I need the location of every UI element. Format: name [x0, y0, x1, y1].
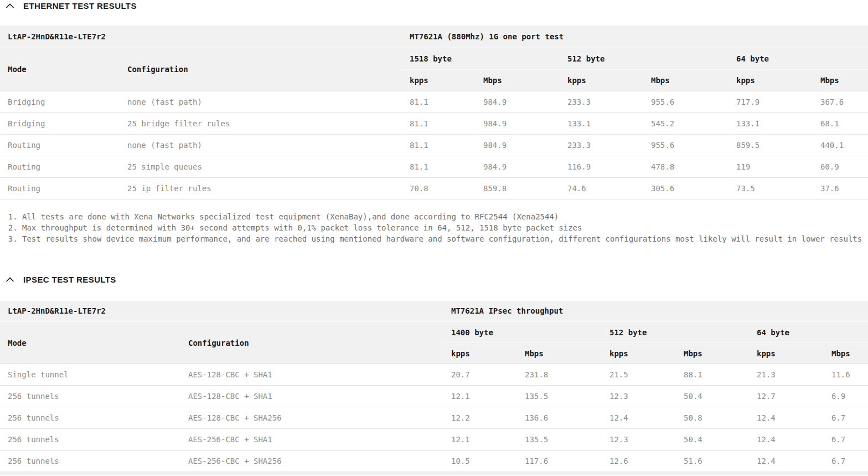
cell-value: 6.9 — [824, 386, 868, 407]
table-row: 256 tunnels AES-128-CBC + SHA256 12.2 13… — [0, 407, 868, 429]
column-header-unit: Mbps — [517, 343, 602, 364]
cell-value: 81.1 — [402, 156, 476, 177]
table-row: Routing none (fast path) 81.1 984.9 233.… — [0, 134, 868, 156]
cell-mode: 256 tunnels — [0, 429, 180, 451]
cell-value: 81.1 — [402, 134, 476, 156]
ethernet-section-header: ETHERNET TEST RESULTS — [0, 0, 868, 10]
column-header-configuration: Configuration — [120, 48, 402, 91]
column-header-configuration: Configuration — [180, 322, 443, 364]
cell-value: 50.4 — [676, 386, 749, 407]
ethernet-results-table: LtAP-2HnD&R11e-LTE7r2 MT7621A (880Mhz) 1… — [0, 25, 868, 199]
cell-value: 6.7 — [824, 451, 868, 472]
table-row-product: LtAP-2HnD&R11e-LTE7r2 MT7621A IPsec thro… — [0, 301, 868, 322]
cell-configuration: none (fast path) — [120, 91, 402, 112]
cell-value: 717.9 — [728, 91, 813, 112]
cell-value: 73.5 — [728, 177, 813, 199]
cell-value: 88.1 — [676, 364, 749, 386]
cell-configuration: AES-128-CBC + SHA1 — [180, 364, 443, 386]
cell-value: 12.4 — [602, 407, 676, 429]
cell-configuration: 25 simple queues — [120, 156, 402, 177]
cell-value: 984.9 — [476, 91, 560, 112]
cell-value: 12.1 — [443, 429, 517, 451]
cell-value: 12.2 — [443, 407, 517, 429]
column-header-mode: Mode — [0, 322, 180, 364]
cell-value: 6.7 — [824, 429, 868, 451]
column-header-unit: kpps — [749, 343, 824, 364]
cell-value: 984.9 — [476, 112, 560, 134]
test-note: Test results show device maximum perform… — [22, 233, 868, 244]
column-header-unit: kpps — [560, 69, 643, 91]
cell-value: 859.8 — [476, 177, 560, 199]
cell-value: 859.5 — [728, 134, 813, 156]
cell-value: 233.3 — [560, 134, 643, 156]
cell-value: 984.9 — [476, 134, 560, 156]
cell-configuration: AES-256-CBC + SHA1 — [180, 429, 443, 451]
cell-value: 440.1 — [813, 134, 868, 156]
cell-value: 81.1 — [402, 112, 476, 134]
test-notes-list: All tests are done with Xena Networks sp… — [0, 211, 868, 244]
cell-mode: Routing — [0, 177, 120, 199]
cell-value: 233.3 — [560, 91, 643, 112]
cell-mode: 256 tunnels — [0, 407, 180, 429]
table-row: Bridging none (fast path) 81.1 984.9 233… — [0, 91, 868, 112]
column-header-unit: Mbps — [813, 69, 868, 91]
cell-value: 984.9 — [476, 156, 560, 177]
cell-value: 119 — [728, 156, 813, 177]
cell-configuration: AES-128-CBC + SHA1 — [180, 386, 443, 407]
product-name: LtAP-2HnD&R11e-LTE7r2 — [0, 301, 443, 322]
cell-mode: 256 tunnels — [0, 451, 180, 472]
cell-mode: Bridging — [0, 112, 120, 134]
cell-configuration: none (fast path) — [120, 134, 402, 156]
column-header-unit: Mbps — [643, 69, 728, 91]
column-header-unit: kpps — [402, 69, 476, 91]
table-row: 256 tunnels AES-256-CBC + SHA256 10.5 11… — [0, 451, 868, 472]
cell-value: 955.6 — [643, 134, 728, 156]
cell-mode: Routing — [0, 134, 120, 156]
cell-value: 81.1 — [402, 91, 476, 112]
cell-value: 20.7 — [443, 364, 517, 386]
cell-mode: Routing — [0, 156, 120, 177]
cell-value: 305.6 — [643, 177, 728, 199]
cell-value: 367.6 — [813, 91, 868, 112]
column-header-unit: Mbps — [476, 69, 560, 91]
cell-mode: 256 tunnels — [0, 386, 180, 407]
test-name: MT7621A (880Mhz) 1G one port test — [402, 25, 868, 48]
column-header-packet-size: 64 byte — [749, 322, 868, 343]
chevron-up-icon[interactable] — [5, 3, 14, 9]
cell-value: 12.1 — [443, 386, 517, 407]
section-title-ethernet: ETHERNET TEST RESULTS — [23, 1, 137, 11]
product-name: LtAP-2HnD&R11e-LTE7r2 — [0, 25, 402, 48]
cell-mode: Bridging — [0, 91, 120, 112]
cell-configuration: AES-128-CBC + SHA256 — [180, 407, 443, 429]
ipsec-section-header: IPSEC TEST RESULTS — [0, 275, 868, 285]
column-header-packet-size: 512 byte — [602, 322, 749, 343]
chevron-up-icon[interactable] — [5, 277, 14, 283]
cell-value: 21.3 — [749, 364, 824, 386]
column-header-packet-size: 1518 byte — [402, 48, 560, 69]
cell-value: 6.7 — [824, 407, 868, 429]
cell-mode: Single tunnel — [0, 364, 180, 386]
cell-value: 68.1 — [813, 112, 868, 134]
test-note: Max throughput is determined with 30+ se… — [22, 222, 868, 233]
cell-value: 12.4 — [749, 407, 824, 429]
column-header-unit: kpps — [728, 69, 813, 91]
cell-value: 50.4 — [676, 429, 749, 451]
cell-value: 12.6 — [602, 451, 676, 472]
table-row: Routing 25 simple queues 81.1 984.9 116.… — [0, 156, 868, 177]
cell-value: 60.9 — [813, 156, 868, 177]
test-name: MT7621A IPsec throughput — [443, 301, 868, 322]
cell-value: 12.3 — [602, 429, 676, 451]
cell-value: 21.5 — [602, 364, 676, 386]
cell-value: 12.3 — [602, 386, 676, 407]
cell-configuration: 25 ip filter rules — [120, 177, 402, 199]
cell-value: 133.1 — [560, 112, 643, 134]
section-title-ipsec: IPSEC TEST RESULTS — [23, 275, 116, 284]
cell-value: 117.6 — [517, 451, 602, 472]
next-section-edge — [0, 472, 868, 475]
cell-value: 133.1 — [728, 112, 813, 134]
column-header-unit: Mbps — [824, 343, 868, 364]
cell-value: 136.6 — [517, 407, 602, 429]
table-row: Single tunnel AES-128-CBC + SHA1 20.7 23… — [0, 364, 868, 386]
table-row-packet-sizes: Mode Configuration 1518 byte 512 byte 64… — [0, 48, 868, 69]
cell-value: 51.6 — [676, 451, 749, 472]
